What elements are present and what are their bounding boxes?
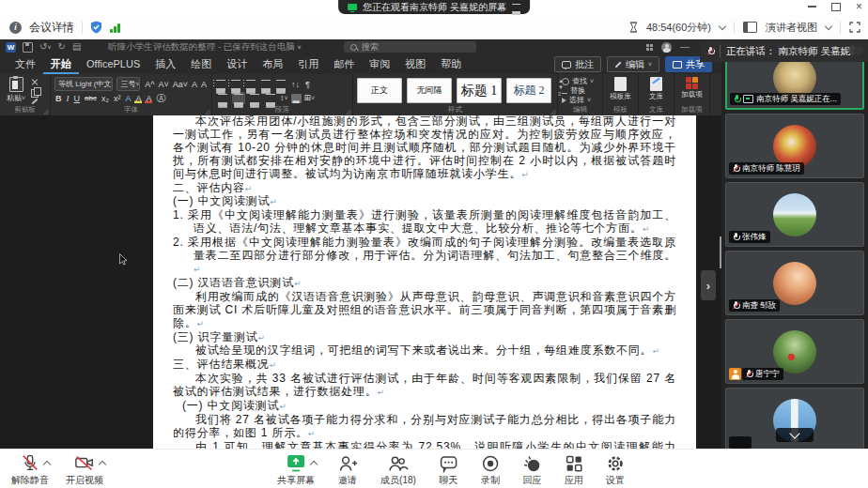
reaction-button[interactable]: 回应 [522,453,542,487]
participant-tile[interactable]: 南京特师 陈慧玥 [725,114,864,178]
title-chevron-down-icon[interactable]: ˅ [297,44,301,51]
shading-icon[interactable]: ▂ [291,94,302,103]
comments-button[interactable]: 批注 [554,56,601,72]
font-format-icon[interactable]: A [124,94,132,103]
font-tool-icon[interactable]: A^ [144,80,155,89]
ribbon-tab[interactable]: 开始 [43,54,79,74]
ribbon-tab[interactable]: 帮助 [433,54,469,74]
undo-icon[interactable]: ↺˅ [39,42,51,53]
ribbon-tab[interactable]: 引用 [290,54,326,74]
cut-icon[interactable] [31,79,39,86]
ribbon-extra-group[interactable]: 模板库 模板 [603,74,639,115]
meeting-details-link[interactable]: 会议详情 [29,20,74,36]
format-painter-icon[interactable] [31,98,38,104]
sort-icon[interactable]: ↑↓ [291,80,300,89]
notification-menu-icon[interactable] [512,4,520,11]
info-icon[interactable]: i [9,22,22,34]
font-format-icon[interactable]: x₂ [101,94,110,103]
font-size-select[interactable]: 三号˅ [116,77,140,91]
ribbon-tab[interactable]: 审阅 [362,54,397,74]
ribbon-tab[interactable]: OfficePLUS [79,54,147,74]
share-options-caret-icon[interactable] [310,461,318,468]
participant-tile[interactable]: 张伟烽 [725,182,864,247]
style-item[interactable]: 标题 1 [457,78,502,103]
maximize-button[interactable] [831,3,841,11]
timer-chevron-down-icon[interactable] [719,22,726,29]
ribbon-tab[interactable]: 文件 [8,54,43,74]
members-button[interactable]: 成员(18) [380,453,416,487]
align-left-icon[interactable] [216,92,229,104]
ribbon-tab[interactable]: 邮件 [326,54,362,74]
record-button[interactable]: 录制 [481,453,500,487]
ribbon-tab[interactable]: 视图 [397,54,433,74]
unmute-button[interactable]: 解除静音 [11,453,49,487]
ribbon-tab[interactable]: 绘图 [183,54,219,74]
line-spacing-icon[interactable]: ↕˅ [280,93,288,103]
apps-button[interactable]: 应用 [565,453,583,487]
participant-tile[interactable]: 唐宁宁 [725,319,864,384]
save-icon[interactable] [23,42,33,53]
sidebar-collapse-button[interactable]: › [701,270,716,300]
editing-item[interactable]: 查找 ˅ [562,77,598,85]
ribbon-tab[interactable]: 插入 [147,54,183,74]
font-format-icon[interactable]: B [54,94,63,103]
align-right-icon[interactable] [248,92,261,104]
borders-icon[interactable]: ⊞˅ [304,93,316,103]
editing-item[interactable]: 替换 ˅ [562,86,598,95]
font-format-icon[interactable]: U [73,94,82,103]
numbering-icon[interactable] [231,80,240,88]
security-shield-icon[interactable] [90,21,102,34]
share-screen-button[interactable]: 共享屏幕 [277,453,315,487]
fullscreen-icon[interactable] [849,22,860,33]
paragraph-marks-icon[interactable]: ¶ [305,80,310,89]
font-format-icon[interactable]: A [145,94,152,103]
view-chevron-down-icon[interactable] [825,22,832,29]
participant-tile[interactable]: 南聋 邹敔 [725,251,864,315]
justify-icon[interactable] [264,92,277,104]
dialog-launcher-icon[interactable]: ◿ [205,108,209,114]
network-signal-icon[interactable] [110,23,120,33]
font-format-icon[interactable]: A [134,94,142,103]
font-tool-icon[interactable]: A˅ [157,80,169,89]
start-video-button[interactable]: 开启视频 [66,453,103,487]
word-minimize-icon[interactable]: — [680,42,690,52]
ribbon-extra-group[interactable]: 加载项 加载项 [674,74,710,115]
bullets-icon[interactable] [216,80,225,88]
font-tool-icon[interactable]: A [191,80,198,89]
chat-button[interactable]: 聊天 [439,453,458,487]
meeting-timer[interactable]: 48:54(60分钟) [646,21,711,35]
dialog-launcher-icon[interactable]: ◿ [550,108,555,114]
paste-button[interactable]: 粘贴˅ [4,77,28,103]
mic-options-caret-icon[interactable] [43,461,51,468]
editing-item[interactable]: 选择 ˅ [562,96,598,104]
redo-icon[interactable]: ↻ [57,42,65,52]
increase-indent-icon[interactable] [276,80,286,88]
font-format-icon[interactable]: Ⓐ [155,92,166,105]
font-format-icon[interactable]: abc [84,94,98,102]
style-item[interactable]: 正文 [357,78,402,103]
watching-notification[interactable]: 您正在观看南京特师 吴嘉妮的屏幕 [338,0,530,14]
dialog-launcher-icon[interactable]: ◿ [43,108,48,114]
ribbon-tab[interactable]: 设计 [219,54,255,74]
print-preview-icon[interactable]: ▤ [72,42,81,52]
account-avatar[interactable] [661,42,672,53]
dialog-launcher-icon[interactable]: ◿ [346,108,350,114]
decrease-indent-icon[interactable] [261,80,271,88]
font-tool-icon[interactable]: Aa˅ [172,80,189,89]
document-page[interactable]: 本次评估采用团体/小组施测的形式，包含三部分测试，由三组测试员，每组两人进行一对… [153,115,696,449]
multilevel-list-icon[interactable] [246,80,256,88]
style-item[interactable]: 标题 2 [506,78,551,103]
minimize-button[interactable] [808,6,816,7]
font-format-icon[interactable]: I [66,94,70,103]
settings-button[interactable]: 设置 [606,453,625,487]
font-format-icon[interactable]: x² [113,94,122,103]
word-search-box[interactable]: 搜索 [344,41,476,53]
ribbon-extra-group[interactable]: 文库 文库 [639,74,674,115]
document-canvas[interactable]: 本次评估采用团体/小组施测的形式，包含三部分测试，由三组测试员，每组两人进行一对… [0,115,721,449]
close-button[interactable]: × [856,2,862,11]
align-center-icon[interactable] [232,92,245,104]
sidebar-scrollbar[interactable] [720,236,721,268]
view-mode-selector[interactable]: 演讲者视图 [766,21,817,35]
scroll-more-participants-button[interactable] [776,428,814,442]
font-name-select[interactable]: 等线 Light (中文标˅ [54,77,113,91]
